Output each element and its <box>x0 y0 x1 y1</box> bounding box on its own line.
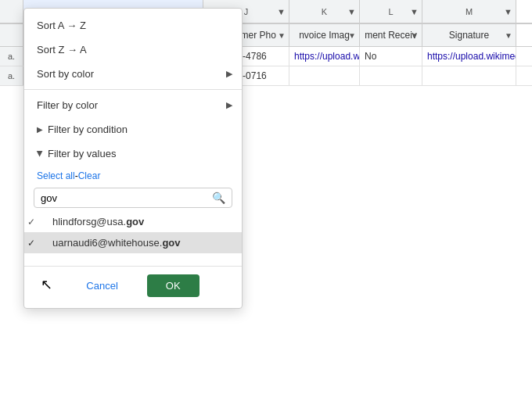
col-header-l: L ▼ <box>360 0 422 23</box>
highlight-2: gov <box>162 237 180 249</box>
col-header-k: K ▼ <box>289 0 360 23</box>
row-sublabel-spacer <box>0 24 23 46</box>
filter-by-condition-label: Filter by condition <box>48 124 128 135</box>
ok-button[interactable]: OK <box>147 274 200 297</box>
search-icon[interactable]: 🔍 <box>212 192 225 204</box>
col-m-filter-icon: ▼ <box>504 7 512 16</box>
sort-by-color-item[interactable]: Sort by color ▶ <box>24 62 242 86</box>
col-subheader-m: Signature ▼ <box>422 24 516 46</box>
sort-z-a-label: Sort Z → A <box>37 44 87 56</box>
col-l-arrow2: ▼ <box>411 31 419 40</box>
cell-l-2 <box>360 66 422 85</box>
select-all-link[interactable]: Select all <box>37 170 75 181</box>
cell-m-2 <box>422 66 516 85</box>
select-all-row: Select all - Clear <box>24 167 242 184</box>
col-m-arrow2: ▼ <box>505 31 512 40</box>
search-input[interactable] <box>41 192 212 204</box>
col-k-label: K <box>322 7 327 16</box>
clear-link[interactable]: Clear <box>78 170 101 181</box>
highlight-1: gov <box>126 216 144 227</box>
button-row: Cancel OK <box>24 266 242 303</box>
list-item[interactable]: ✓ hlindforsg@usa.gov <box>24 211 242 232</box>
filter-by-color-item[interactable]: Filter by color ▶ <box>24 93 242 117</box>
value-list: ✓ hlindforsg@usa.gov ✓ uarnaudi6@whiteho… <box>24 211 242 253</box>
col-j-arrow2: ▼ <box>278 31 286 40</box>
filter-by-values-label: Filter by values <box>48 148 116 159</box>
col-m-name: Signature <box>449 30 489 41</box>
sort-a-z-item[interactable]: Sort A → Z <box>24 13 242 38</box>
col-subheader-l: ment Receiv ▼ <box>360 24 422 46</box>
sort-by-color-label: Sort by color <box>37 68 94 80</box>
cancel-button[interactable]: Cancel <box>66 274 137 297</box>
expand-condition-icon: ▶ <box>37 125 43 134</box>
col-subheader-k: nvoice Imag ▼ <box>289 24 360 46</box>
row-label-spacer <box>0 0 23 23</box>
filter-dropdown-menu: Sort A → Z Sort Z → A Sort by color ▶ Fi… <box>23 8 243 309</box>
col-j-label: J <box>244 7 249 16</box>
cell-k-2 <box>289 66 360 85</box>
bottom-spacer <box>24 255 242 263</box>
col-l-label: L <box>388 7 393 16</box>
search-container: 🔍 <box>34 188 232 208</box>
value-text-2: uarnaudi6@whitehouse.gov <box>52 237 181 249</box>
filter-by-color-arrow: ▶ <box>226 100 232 110</box>
check-icon-2: ✓ <box>27 238 35 249</box>
sort-z-a-item[interactable]: Sort Z → A <box>24 38 242 62</box>
list-item[interactable]: ✓ uarnaudi6@whitehouse.gov <box>24 232 242 253</box>
filter-by-color-label: Filter by color <box>37 99 98 111</box>
filter-by-condition-item[interactable]: ▶ Filter by condition <box>24 117 242 141</box>
row-num-2: a. <box>0 66 23 85</box>
expand-values-icon: ▶ <box>36 151 45 157</box>
col-m-label: M <box>466 7 473 16</box>
col-k-filter-icon: ▼ <box>347 7 356 16</box>
filter-by-values-item[interactable]: ▶ Filter by values <box>24 141 242 166</box>
cell-l-1: No <box>360 47 422 66</box>
sort-by-color-arrow: ▶ <box>226 69 232 79</box>
col-k-name: nvoice Imag <box>299 30 350 41</box>
separator-1 <box>24 89 242 90</box>
col-header-m: M ▼ <box>422 0 516 23</box>
check-icon-1: ✓ <box>27 217 35 227</box>
sort-a-z-label: Sort A → Z <box>37 20 86 31</box>
cell-k-1: https://upload.wi <box>289 47 360 66</box>
col-l-name: ment Receiv <box>365 30 417 41</box>
col-k-arrow2: ▼ <box>348 31 356 40</box>
col-l-filter-icon: ▼ <box>410 7 419 16</box>
filter-values-section: Select all - Clear 🔍 ✓ hlindforsg@usa.go… <box>24 166 242 255</box>
value-text-1: hlindforsg@usa.gov <box>52 216 144 227</box>
row-num-1: a. <box>0 47 23 66</box>
cell-m-1: https://upload.wikimedia <box>422 47 516 66</box>
col-j-filter-icon: ▼ <box>277 7 286 16</box>
